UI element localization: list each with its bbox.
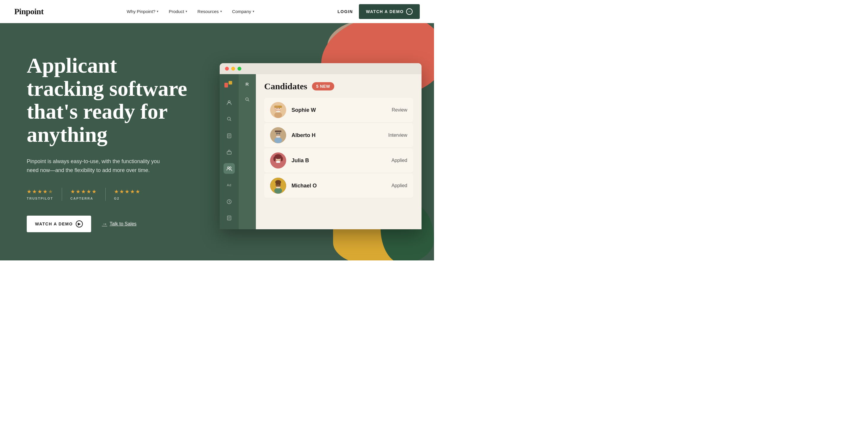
hero-heading: Applicant tracking software that's ready… [27, 54, 188, 146]
svg-point-22 [279, 133, 280, 134]
candidates-title: Candidates [264, 81, 307, 91]
candidate-status: Review [392, 107, 407, 113]
nav-item-why-pinpoint[interactable]: Why Pinpoint? ▾ [123, 6, 163, 16]
svg-point-7 [229, 167, 231, 168]
svg-rect-25 [276, 136, 280, 138]
watch-demo-button-hero[interactable]: WATCH A DEMO ▶ [27, 215, 91, 232]
capterra-label: CAPTERRA [70, 197, 93, 200]
rating-divider-1 [62, 188, 62, 201]
nav-item-product[interactable]: Product ▾ [164, 6, 191, 16]
hero-section: Applicant tracking software that's ready… [0, 23, 434, 260]
watch-demo-button-nav[interactable]: WATCH A DEMO → [359, 4, 420, 19]
app-sub-sidebar: R [239, 74, 256, 229]
app-main-content: Candidates 5 NEW [256, 74, 422, 229]
arrow-right-icon: → [102, 221, 107, 227]
svg-point-36 [274, 163, 282, 168]
nav-menu: Why Pinpoint? ▾ Product ▾ Resources ▾ Co… [123, 6, 258, 16]
svg-rect-0 [224, 83, 228, 88]
sidebar-icon-person[interactable] [223, 97, 235, 108]
g2-label: G2 [114, 197, 120, 200]
capterra-stars: ★★★★★ [70, 188, 97, 195]
sub-sidebar-search[interactable] [242, 94, 252, 104]
browser-dot-red [225, 67, 229, 71]
trustpilot-stars: ★★★★★ [27, 188, 54, 195]
candidate-name: Sophie W [291, 107, 386, 113]
svg-rect-15 [274, 106, 282, 108]
sidebar-icon-clipboard[interactable] [223, 130, 235, 141]
rating-divider-2 [105, 188, 106, 201]
candidate-avatar-alberto [270, 127, 286, 143]
svg-rect-23 [275, 131, 281, 132]
candidate-row[interactable]: Alberto H Interview [264, 123, 413, 148]
browser-dot-green [238, 67, 241, 71]
candidates-header: Candidates 5 NEW [264, 81, 413, 91]
cta-row: WATCH A DEMO ▶ → Talk to Sales [27, 215, 188, 232]
candidate-status: Interview [388, 133, 407, 138]
chevron-down-icon: ▾ [220, 9, 222, 13]
hero-subheading: Pinpoint is always easy-to-use, with the… [27, 157, 169, 175]
candidate-name: Alberto H [291, 132, 383, 138]
nav-item-resources[interactable]: Resources ▾ [193, 6, 226, 16]
trustpilot-label: TRUSTPILOT [27, 197, 53, 200]
candidate-row[interactable]: Michael O Applied [264, 173, 413, 198]
candidate-list: Sophie W Review [264, 98, 413, 198]
app-mockup: Ad [220, 63, 422, 229]
candidate-row[interactable]: Julia B Applied [264, 148, 413, 173]
candidate-status: Applied [392, 183, 407, 188]
chevron-down-icon: ▾ [186, 9, 187, 13]
candidate-avatar-michael [270, 178, 286, 194]
browser-dot-yellow [231, 67, 235, 71]
navbar-actions: LOGIN WATCH A DEMO → [338, 4, 420, 19]
candidate-row[interactable]: Sophie W Review [264, 98, 413, 123]
sub-sidebar-r[interactable]: R [242, 79, 252, 89]
arrow-right-icon: → [406, 8, 413, 15]
browser-window: Ad [220, 63, 422, 229]
g2-stars: ★★★★★ [114, 188, 141, 195]
app-sidebar: Ad [220, 74, 239, 229]
rating-trustpilot: ★★★★★ TRUSTPILOT [27, 188, 62, 200]
svg-rect-5 [227, 152, 231, 154]
svg-point-42 [275, 180, 281, 184]
brand-logo[interactable]: Pinpoint [14, 7, 44, 16]
rating-g2: ★★★★★ G2 [114, 188, 149, 200]
sidebar-icon-candidates[interactable] [223, 163, 235, 174]
svg-point-10 [246, 98, 248, 101]
talk-to-sales-button[interactable]: → Talk to Sales [102, 221, 136, 227]
chevron-down-icon: ▾ [253, 9, 254, 13]
candidate-name: Julia B [291, 158, 386, 164]
svg-point-16 [274, 112, 282, 118]
candidate-avatar-sophie [270, 102, 286, 118]
nav-item-company[interactable]: Company ▾ [228, 6, 258, 16]
sidebar-icon-briefcase[interactable] [223, 147, 235, 158]
svg-point-35 [281, 157, 283, 161]
candidate-status: Applied [392, 158, 407, 163]
svg-point-43 [274, 188, 282, 194]
svg-rect-44 [276, 187, 280, 188]
play-circle-icon: ▶ [76, 221, 83, 228]
rating-capterra: ★★★★★ CAPTERRA [70, 188, 105, 200]
new-candidates-badge: 5 NEW [312, 82, 334, 91]
sidebar-icon-search[interactable] [223, 113, 235, 124]
sidebar-icon-document[interactable] [223, 213, 235, 223]
candidate-name: Michael O [291, 183, 386, 189]
svg-point-21 [277, 133, 278, 134]
login-button[interactable]: LOGIN [338, 9, 353, 14]
svg-rect-37 [276, 161, 280, 163]
browser-bar [220, 63, 422, 74]
sidebar-icon-clock[interactable] [223, 196, 235, 207]
svg-point-24 [274, 137, 282, 143]
candidate-avatar-julia [270, 153, 286, 168]
hero-right: Ad [202, 23, 434, 260]
svg-rect-1 [228, 81, 232, 85]
svg-point-34 [273, 157, 276, 161]
app-logo-icon [224, 80, 235, 90]
sidebar-icon-ads[interactable]: Ad [223, 180, 235, 191]
ratings-row: ★★★★★ TRUSTPILOT ★★★★★ CAPTERRA ★★★★★ G2 [27, 188, 188, 201]
chevron-down-icon: ▾ [157, 9, 158, 13]
navbar: Pinpoint Why Pinpoint? ▾ Product ▾ Resou… [0, 0, 434, 23]
hero-left: Applicant tracking software that's ready… [0, 23, 202, 260]
svg-rect-17 [276, 111, 280, 112]
browser-body: Ad [220, 74, 422, 229]
svg-point-6 [227, 167, 229, 168]
